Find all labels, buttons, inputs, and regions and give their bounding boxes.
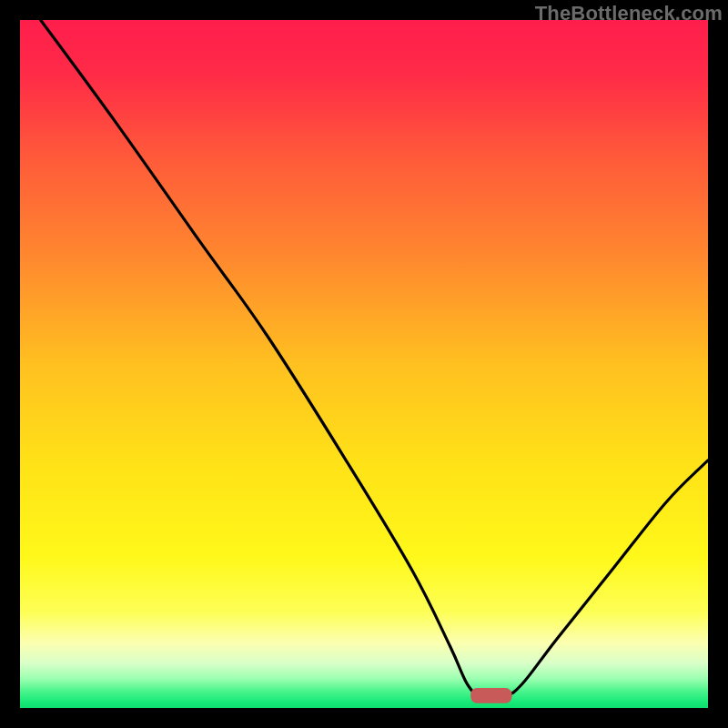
watermark-text: TheBottleneck.com xyxy=(535,2,723,25)
chart-background xyxy=(20,20,708,708)
chart-frame xyxy=(20,20,708,708)
chart-svg xyxy=(20,20,708,708)
optimal-marker xyxy=(470,688,511,703)
